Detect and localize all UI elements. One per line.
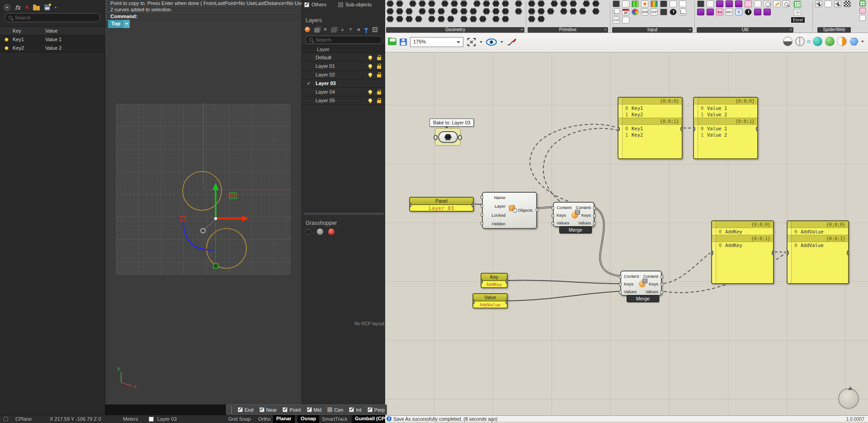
gh-component-icon[interactable] [515,8,522,14]
delete-layer-icon[interactable]: × [324,26,327,33]
value-panel-node[interactable]: Value AddValue [472,293,508,309]
y-component-icon[interactable]: Y [735,9,742,15]
gh-component-icon[interactable] [560,8,567,14]
bake-node[interactable] [435,128,461,146]
input-nub[interactable] [552,222,554,225]
input-nub[interactable] [619,283,622,286]
slider-icon[interactable] [613,9,620,15]
gh-component-icon[interactable] [387,16,394,22]
gh-component-icon[interactable] [560,0,567,7]
pencil-icon[interactable] [773,0,780,7]
gh-component-icon[interactable] [483,8,490,14]
gray-sphere-icon[interactable] [317,228,323,235]
gh-component-icon[interactable] [406,16,413,22]
data-panel-keys[interactable]: {0;0;0} 0Key1 1Key2 {0;0;1} 0Key1 1Key2 [618,97,683,159]
viewport-tab-menu[interactable] [123,20,130,28]
output-nub[interactable] [593,206,596,210]
merge-node[interactable]: Content Keys Values Content Keys Values … [620,271,662,296]
gh-component-icon[interactable] [592,8,599,14]
gh-component-icon[interactable] [570,0,577,7]
gh-component-icon[interactable] [438,8,445,14]
output-nub[interactable] [536,208,538,212]
panel-node-layer[interactable]: Panel Layer 03 [409,197,474,212]
red-solver-icon[interactable] [328,228,335,235]
expand-plus-icon[interactable]: + [604,27,607,33]
list-icon[interactable] [859,0,866,6]
chevron-down-icon[interactable] [480,41,482,43]
expand-plus-icon[interactable]: + [520,27,523,33]
fx-icon[interactable]: f(x) [716,9,723,15]
gh-component-icon[interactable] [754,0,761,7]
gear-icon[interactable]: + [4,4,10,11]
ribbon-tab-primitive[interactable]: Primitive+ [528,27,608,33]
gh-component-icon[interactable] [764,9,771,15]
output-nub[interactable] [847,250,849,256]
top-viewport[interactable]: y x [105,21,302,404]
gh-component-icon[interactable] [419,0,426,7]
gh-component-icon[interactable] [428,16,435,22]
merge-node[interactable]: Content Keys Values Content Keys Values … [553,202,594,227]
input-nub[interactable] [619,290,622,294]
panel-splitter[interactable] [304,213,384,215]
gh-component-icon[interactable] [396,0,403,7]
osnap-perp-checkbox[interactable]: Perp [368,407,385,413]
gh-component-icon[interactable] [538,0,545,7]
gh-component-icon[interactable] [502,8,509,14]
gh-component-icon[interactable] [547,8,554,14]
gh-component-icon[interactable] [670,0,677,7]
import-shp-icon[interactable]: SHP [651,9,658,15]
gh-component-icon[interactable] [470,8,477,14]
move-up-icon[interactable]: ▲ [340,27,344,32]
color-wheel-icon[interactable] [632,9,639,15]
document-icon[interactable] [794,9,801,16]
layers-search-input[interactable]: Search [305,36,382,44]
layer-visibility-icon[interactable] [368,64,372,68]
osnap-near-checkbox[interactable]: Near [259,407,277,413]
duplicate-layer-icon[interactable] [331,28,336,33]
gh-component-icon[interactable] [632,0,639,7]
planar-toggle[interactable]: Planar [273,415,295,423]
filter-funnel-icon[interactable] [364,28,368,31]
layer-lock-icon[interactable] [377,57,381,60]
gh-component-icon[interactable] [745,0,752,7]
data-panel-values[interactable]: {0;0;0} 0Value 1 1Value 2 {0;0;1} 0Value… [693,97,758,159]
gh-component-icon[interactable] [460,16,467,22]
osnap-more-button[interactable]: » [392,405,394,410]
gh-component-icon[interactable] [387,0,394,7]
output-nub[interactable] [472,202,474,208]
output-nub[interactable] [593,214,596,218]
gh-component-icon[interactable] [492,8,500,14]
gh-component-icon[interactable] [415,16,422,22]
gh-component-icon[interactable] [697,0,704,7]
gh-component-icon[interactable] [707,9,714,15]
grasshopper-logo-icon[interactable] [305,229,312,235]
timer-icon[interactable] [745,9,752,15]
status-square-icon[interactable] [4,417,8,421]
graph-mapper-icon[interactable] [679,9,686,15]
gh-component-icon[interactable] [441,0,448,7]
osnap-cen-checkbox[interactable]: Cen [327,407,343,413]
circle-icon[interactable] [764,0,771,7]
gh-component-icon[interactable] [592,0,599,7]
zoom-extents-icon[interactable] [467,37,476,47]
preview-hexagon-icon[interactable] [849,38,859,46]
open-folder-icon[interactable] [33,6,40,10]
layer-row-04[interactable]: Layer 04 [302,88,386,96]
move-down-icon[interactable]: ▼ [349,27,353,32]
input-nub[interactable] [434,135,438,140]
gh-component-icon[interactable] [479,16,486,22]
move-left-icon[interactable]: ◀ [357,27,360,32]
output-nub[interactable] [680,126,683,132]
osnap-toggle[interactable]: Osnap [297,415,319,423]
new-sublayer-icon[interactable] [314,28,320,33]
gh-component-icon[interactable] [538,16,545,22]
output-nub[interactable] [505,299,508,304]
gh-component-icon[interactable] [419,8,426,14]
output-nub[interactable] [458,135,462,140]
gumball-toggle[interactable]: Gumball (CPl [352,415,385,423]
preview-none-icon[interactable] [783,37,793,46]
output-nub[interactable] [660,290,663,294]
magnifier-icon[interactable] [783,0,790,7]
gh-component-icon[interactable] [515,0,522,7]
options-dots-icon[interactable]: •· [55,5,60,10]
